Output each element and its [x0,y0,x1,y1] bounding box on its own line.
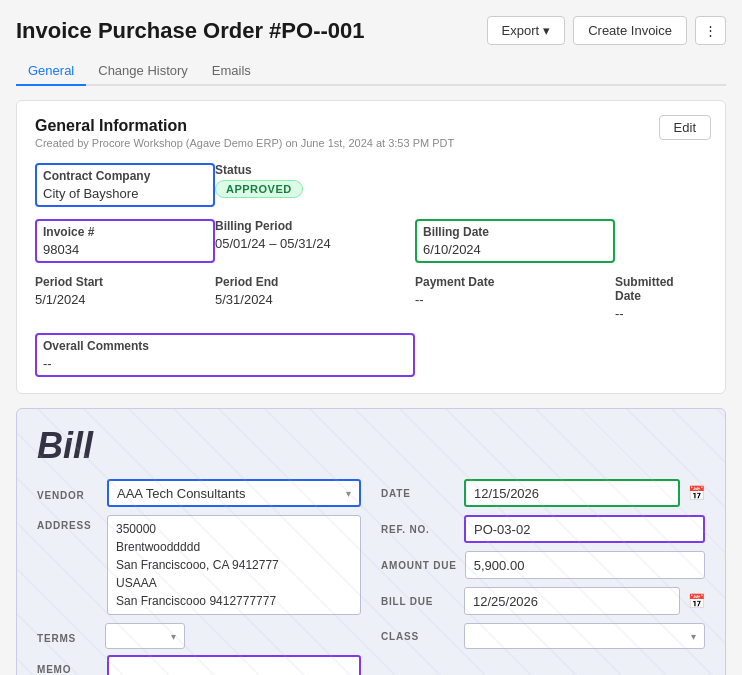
terms-select[interactable]: ▾ [105,623,185,649]
header-actions: Export ▾ Create Invoice ⋮ [487,16,726,45]
memo-input[interactable] [107,655,361,675]
status-label: Status [215,163,403,177]
billing-date-field: Billing Date 6/10/2024 [415,219,615,263]
invoice-num-value: 98034 [43,242,207,257]
overall-comments-label: Overall Comments [43,339,407,353]
tab-general[interactable]: General [16,57,86,86]
vendor-label: VENDOR [37,485,97,501]
bill-due-calendar-icon[interactable]: 📅 [688,593,705,609]
payment-date-value: -- [415,292,603,307]
status-field: Status APPROVED [215,163,415,207]
terms-label: TERMS [37,628,97,644]
class-dropdown-icon: ▾ [691,631,696,642]
billing-period-field: Billing Period 05/01/24 – 05/31/24 [215,219,415,263]
vendor-row: VENDOR AAA Tech Consultants ▾ [37,479,361,507]
vendor-value: AAA Tech Consultants [117,486,245,501]
bill-due-row: BILL DUE 12/25/2026 📅 [381,587,705,615]
tab-change-history[interactable]: Change History [86,57,200,86]
overall-comments-field: Overall Comments -- [35,333,415,377]
submitted-date-value: -- [615,306,695,321]
memo-row: MEMO [37,655,361,675]
address-row: ADDRESS 350000 Brentwooddddd San Francis… [37,515,361,615]
date-calendar-icon[interactable]: 📅 [688,485,705,501]
tab-emails[interactable]: Emails [200,57,263,86]
submitted-date-field: Submitted Date -- [615,275,707,321]
address-line-2: Brentwooddddd [116,538,352,556]
class-row: CLASS ▾ [381,623,705,649]
bill-title: Bill [37,425,705,467]
page-header: Invoice Purchase Order #PO--001 Export ▾… [16,16,726,45]
ref-no-label: REF. NO. [381,524,456,535]
more-options-button[interactable]: ⋮ [695,16,726,45]
address-line-1: 350000 [116,520,352,538]
bill-left-col: VENDOR AAA Tech Consultants ▾ ADDRESS 35… [37,479,361,675]
terms-class-row: TERMS ▾ [37,623,361,649]
period-start-label: Period Start [35,275,203,289]
bill-right-col: DATE 12/15/2026 📅 REF. NO. PO-03-02 AMOU… [381,479,705,675]
amount-due-label: AMOUNT DUE [381,560,457,571]
invoice-num-field: Invoice # 98034 [35,219,215,263]
vendor-dropdown-icon: ▾ [346,488,351,499]
period-start-field: Period Start 5/1/2024 [35,275,215,321]
bill-due-label: BILL DUE [381,596,456,607]
contract-company-label: Contract Company [43,169,207,183]
address-line-5: San Franciscooo 9412777777 [116,592,352,610]
ref-no-row: REF. NO. PO-03-02 [381,515,705,543]
period-end-label: Period End [215,275,403,289]
overall-comments-value: -- [43,356,407,371]
class-select[interactable]: ▾ [464,623,705,649]
export-button[interactable]: Export ▾ [487,16,566,45]
period-end-value: 5/31/2024 [215,292,403,307]
amount-due-row: AMOUNT DUE 5,900.00 [381,551,705,579]
payment-date-field: Payment Date -- [415,275,615,321]
payment-date-label: Payment Date [415,275,603,289]
period-end-field: Period End 5/31/2024 [215,275,415,321]
date-label: DATE [381,488,456,499]
fields-grid: Contract Company City of Bayshore Status… [35,163,707,377]
bill-card: Bill VENDOR AAA Tech Consultants ▾ ADDRE… [16,408,726,675]
class-label: CLASS [381,631,456,642]
billing-period-value: 05/01/24 – 05/31/24 [215,236,403,251]
billing-date-value: 6/10/2024 [423,242,607,257]
bill-main-content: VENDOR AAA Tech Consultants ▾ ADDRESS 35… [37,479,705,675]
amount-due-value: 5,900.00 [465,551,705,579]
terms-dropdown-icon: ▾ [171,631,176,642]
create-invoice-button[interactable]: Create Invoice [573,16,687,45]
ref-no-value: PO-03-02 [464,515,705,543]
submitted-date-label: Submitted Date [615,275,695,303]
section-subtitle: Created by Procore Workshop (Agave Demo … [35,137,707,149]
address-block: 350000 Brentwooddddd San Franciscooo, CA… [107,515,361,615]
bill-due-value: 12/25/2026 [464,587,680,615]
edit-button[interactable]: Edit [659,115,711,140]
contract-company-value: City of Bayshore [43,186,207,201]
billing-date-label: Billing Date [423,225,607,239]
billing-period-label: Billing Period [215,219,403,233]
page-title: Invoice Purchase Order #PO--001 [16,18,365,44]
chevron-down-icon: ▾ [543,23,550,38]
tabs-bar: General Change History Emails [16,57,726,86]
address-line-3: San Franciscooo, CA 9412777 [116,556,352,574]
date-value: 12/15/2026 [464,479,680,507]
status-badge: APPROVED [215,180,303,198]
address-line-4: USAAA [116,574,352,592]
general-info-card: General Information Created by Procore W… [16,100,726,394]
vendor-select[interactable]: AAA Tech Consultants ▾ [107,479,361,507]
section-title: General Information [35,117,707,135]
address-label: ADDRESS [37,515,97,531]
invoice-num-label: Invoice # [43,225,207,239]
memo-label: MEMO [37,659,97,675]
period-start-value: 5/1/2024 [35,292,203,307]
terms-field: TERMS ▾ [37,623,185,649]
date-row: DATE 12/15/2026 📅 [381,479,705,507]
contract-company-field: Contract Company City of Bayshore [35,163,215,207]
